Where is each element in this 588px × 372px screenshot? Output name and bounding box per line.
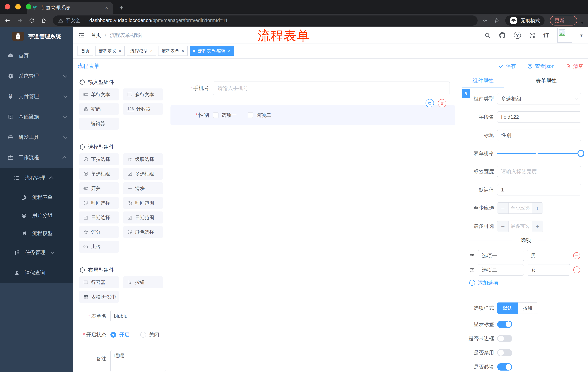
drag-handle-icon[interactable] [469, 253, 475, 259]
slider-track[interactable] [497, 153, 581, 154]
phone-input[interactable] [213, 82, 450, 95]
tab-component-props[interactable]: 组件属性 [462, 74, 504, 88]
add-option-button[interactable]: + 添加选项 [469, 279, 581, 287]
tag-close-icon[interactable]: × [182, 49, 184, 53]
palette-item-table[interactable]: 表格[开发中] [79, 291, 119, 303]
palette-item-switch[interactable]: 开关 [79, 182, 119, 194]
palette-item-upload[interactable]: 上传 [79, 241, 119, 253]
help-icon[interactable]: ? [514, 32, 521, 39]
tag-close-icon[interactable]: × [228, 49, 231, 53]
tab-form-props[interactable]: 表单属性 [504, 74, 588, 88]
sidebar-item-infra[interactable]: 基础设施 [0, 107, 73, 127]
disabled-toggle[interactable] [497, 349, 512, 356]
style-button-button[interactable]: 按钮 [518, 302, 538, 314]
forward-icon[interactable] [17, 18, 22, 23]
style-default-button[interactable]: 默认 [497, 302, 518, 314]
label-width-input[interactable] [497, 166, 581, 177]
clear-button[interactable]: 清空 [566, 63, 583, 70]
save-button[interactable]: 保存 [498, 63, 516, 70]
palette-item-color-picker[interactable]: 颜色选择 [123, 226, 163, 238]
stepper-increase-button[interactable]: + [532, 202, 543, 213]
tag-process-definition[interactable]: 流程定义 × [95, 46, 125, 56]
radio-on[interactable] [110, 332, 116, 338]
radio-off[interactable] [140, 332, 146, 338]
radio-off-label[interactable]: 关闭 [149, 331, 159, 338]
stepper-decrease-button[interactable]: − [497, 202, 509, 213]
palette-item-multi-text[interactable]: 多行文本 [123, 88, 163, 100]
tag-close-icon[interactable]: × [150, 49, 153, 53]
github-icon[interactable] [499, 32, 506, 39]
fullscreen-icon[interactable] [529, 32, 536, 39]
palette-item-row-container[interactable]: 行容器 [79, 276, 119, 288]
palette-item-checkbox-group[interactable]: 多选框组 [123, 168, 163, 180]
sidebar-item-payment[interactable]: ¥ 支付管理 [0, 86, 73, 107]
search-icon[interactable] [484, 32, 491, 39]
radio-on-label[interactable]: 开启 [119, 331, 129, 338]
default-value-input[interactable] [497, 184, 581, 195]
hamburger-icon[interactable] [78, 32, 85, 39]
checkbox-option-2-label[interactable]: 选项二 [256, 112, 271, 119]
sidebar-item-leave-query[interactable]: 请假查询 [0, 263, 73, 283]
remove-option-button[interactable]: − [573, 252, 580, 259]
browser-update-button[interactable]: 更新 ⋮ [550, 16, 577, 25]
stepper-decrease-button[interactable]: − [497, 221, 509, 232]
show-label-toggle[interactable] [497, 321, 512, 328]
checkbox-option-1-label[interactable]: 选项一 [221, 112, 237, 119]
tab-close-icon[interactable]: × [105, 5, 108, 11]
window-controls[interactable] [5, 4, 31, 10]
palette-item-time-picker[interactable]: 时间选择 [79, 197, 119, 209]
title-input[interactable] [497, 130, 581, 141]
palette-item-cascader[interactable]: 级联选择 [123, 153, 163, 165]
new-tab-button[interactable]: + [119, 4, 124, 12]
minimize-window-button[interactable] [15, 4, 21, 10]
form-name-input[interactable] [110, 310, 166, 322]
view-json-button[interactable]: 查看json [527, 63, 555, 70]
border-toggle[interactable] [497, 335, 512, 342]
canvas-selected-gender-field[interactable]: *性别 选项一 选项二 [170, 105, 455, 125]
option-1-label-input[interactable] [478, 250, 524, 261]
palette-item-time-range[interactable]: 时间范围 [123, 197, 163, 209]
update-label[interactable]: 更新 [555, 17, 565, 24]
tag-process-form-edit[interactable]: 流程表单-编辑 × [190, 46, 234, 56]
palette-item-password[interactable]: 密码 [79, 103, 119, 115]
palette-item-slider[interactable]: 滑块 [123, 182, 163, 194]
avatar[interactable] [557, 28, 572, 43]
tag-close-icon[interactable]: × [119, 49, 121, 53]
component-type-select[interactable]: 多选框组 [497, 93, 581, 105]
reload-icon[interactable] [29, 18, 35, 23]
form-canvas[interactable]: *手机号 [166, 74, 462, 372]
key-icon[interactable] [482, 18, 488, 23]
palette-item-rate[interactable]: 评分 [79, 226, 119, 238]
palette-item-date-range[interactable]: 日期范围 [123, 212, 163, 223]
palette-item-editor[interactable]: 编辑器 [79, 117, 119, 130]
drag-handle-icon[interactable] [469, 267, 475, 273]
sidebar-item-task-management[interactable]: 任务管理 [0, 242, 73, 263]
checkbox-option-2[interactable] [248, 112, 253, 118]
bookmark-star-icon[interactable] [494, 18, 500, 24]
stepper-value-placeholder[interactable]: 至少应选 [509, 202, 532, 213]
sidebar-item-devtools[interactable]: 研发工具 [0, 127, 73, 148]
close-window-button[interactable] [5, 4, 10, 10]
palette-item-button[interactable]: 按钮 [123, 276, 163, 288]
palette-item-date-picker[interactable]: 日期选择 [79, 212, 119, 223]
sidebar-item-home[interactable]: 首页 [0, 45, 73, 66]
remove-option-button[interactable]: − [573, 266, 580, 273]
palette-item-single-text[interactable]: 单行文本 [79, 88, 119, 100]
copy-component-button[interactable] [426, 99, 434, 107]
browser-menu-icon[interactable]: ⋮ [567, 18, 572, 23]
address-bar[interactable]: 不安全 dashboard.yudao.iocoder.cn/bpm/manag… [53, 15, 478, 26]
browser-tab[interactable]: 芋道管理系统 × [27, 2, 113, 14]
delete-component-button[interactable] [438, 99, 446, 107]
remark-textarea[interactable]: 嘿嘿 [110, 350, 166, 372]
sidebar-item-system[interactable]: 系统管理 [0, 66, 73, 86]
home-icon[interactable] [41, 18, 47, 23]
option-2-label-input[interactable] [478, 264, 524, 276]
option-2-value-input[interactable] [527, 264, 570, 276]
tag-home[interactable]: 首页 [77, 46, 93, 56]
font-size-icon[interactable]: tT [543, 32, 549, 39]
stepper-value-placeholder[interactable]: 最多可选 [509, 221, 532, 232]
sidebar-item-user-group[interactable]: 用户分组 [0, 206, 73, 224]
browser-edge-caret-icon[interactable]: ▾ [581, 20, 583, 26]
palette-item-select[interactable]: 下拉选择 [79, 153, 119, 165]
sidebar-item-process-model[interactable]: 流程模型 [0, 224, 73, 242]
